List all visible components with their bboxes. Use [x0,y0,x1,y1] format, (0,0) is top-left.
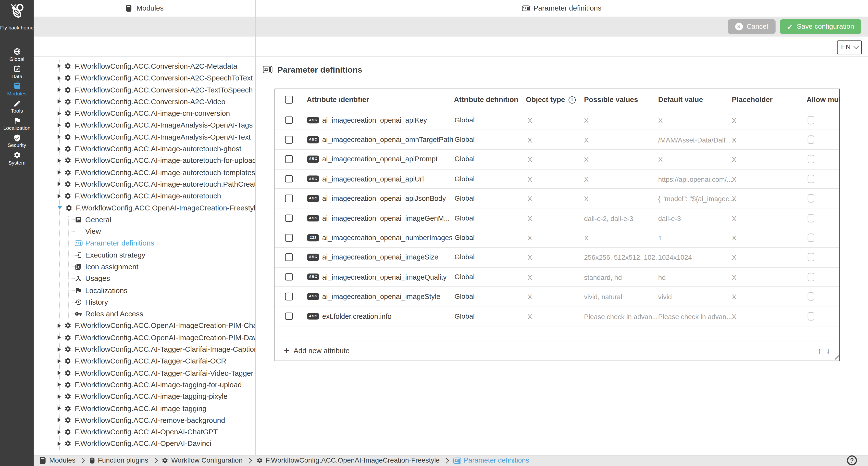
move-down-icon[interactable]: ↓ [827,346,831,355]
row-checkbox[interactable] [285,136,292,143]
expand-arrow-icon[interactable] [58,323,61,328]
tree-item[interactable]: F.WorkflowConfig.ACC.AI-ImageAnalysis-Op… [34,119,255,131]
table-row[interactable]: ABCai_imagecreation_openai_imageGenM...G… [275,208,839,228]
table-row[interactable]: ABCai_imagecreation_openai_omnTargetPath… [275,130,839,150]
expand-arrow-icon[interactable] [58,64,61,68]
tree-item[interactable]: F.WorkflowConfig.ACC.OpenAI-ImageCreatio… [34,202,255,214]
tree-item-icon-assignment[interactable]: Icon assignment [34,261,255,273]
expand-arrow-icon[interactable] [58,406,61,411]
expand-arrow-icon[interactable] [58,123,61,127]
expand-arrow-icon[interactable] [58,76,61,80]
table-row[interactable]: ABCai_imagecreation_openai_imageSizeGlob… [275,248,839,267]
tree-item[interactable]: F.WorkflowConfig.ACC.Conversion-A2C-Meta… [34,60,255,72]
allow-multiple-checkbox[interactable] [808,292,814,301]
allow-multiple-checkbox[interactable] [808,253,814,261]
row-checkbox[interactable] [285,214,292,222]
sidebar-item-data[interactable]: Data [0,65,34,82]
expand-arrow-icon[interactable] [58,430,61,434]
table-row[interactable]: ABCai_imagecreation_openai_imageStyleGlo… [275,287,839,307]
expand-arrow-icon[interactable] [58,182,61,186]
breadcrumb-item-workflow-configuration[interactable]: Workflow Configuration [162,457,243,465]
tree-item[interactable]: F.WorkflowConfig.ACC.AI-ImageAnalysis-Op… [34,131,255,143]
sidebar-item-modules[interactable]: Modules [0,82,34,99]
expand-arrow-icon[interactable] [58,347,61,351]
allow-multiple-checkbox[interactable] [808,194,814,203]
tree-item[interactable]: F.WorkflowConfig.ACC.AI-image-cm-convers… [34,108,255,119]
tree-item[interactable]: F.WorkflowConfig.ACC.AI-image-autoretouc… [34,155,255,167]
sidebar-item-tools[interactable]: Tools [0,99,34,117]
breadcrumb-item-modules[interactable]: Modules [39,456,75,465]
sidebar-item-home[interactable]: Fly back home [0,3,34,31]
tree-item[interactable]: F.WorkflowConfig.ACC.AI-Tagger-Clarifai-… [34,343,255,355]
allow-multiple-checkbox[interactable] [808,312,814,320]
save-configuration-button[interactable]: ✓ Save configuration [780,19,861,34]
tree-item[interactable]: F.WorkflowConfig.ACC.Conversion-A2C-Text… [34,84,255,96]
allow-multiple-checkbox[interactable] [808,155,814,163]
tree-item[interactable]: F.WorkflowConfig.ACC.OpenAI-ImageCreatio… [34,320,255,331]
expand-arrow-icon[interactable] [58,383,61,387]
table-row[interactable]: ABCai_imagecreation_openai_apiPromptGlob… [275,150,839,170]
row-checkbox[interactable] [285,116,292,124]
info-icon[interactable]: i [568,96,576,104]
tree-item[interactable]: F.WorkflowConfig.ACC.AI-image-tagging [34,403,255,414]
tree-item[interactable]: F.WorkflowConfig.ACC.AI-image-autoretouc… [34,178,255,190]
expand-arrow-icon[interactable] [58,170,61,175]
sidebar-item-localization[interactable]: Localization [0,117,34,134]
expand-arrow-icon[interactable] [58,135,61,139]
tree-item[interactable]: F.WorkflowConfig.ACC.AI-OpenAI-ChatGPT [34,426,255,438]
table-row[interactable]: 123ai_imagecreation_openai_numberImagesG… [275,228,839,248]
collapse-arrow-icon[interactable] [58,206,62,209]
tree-item[interactable]: F.WorkflowConfig.ACC.AI-image-autoretouc… [34,190,255,202]
expand-arrow-icon[interactable] [58,111,61,116]
expand-arrow-icon[interactable] [58,359,61,363]
expand-arrow-icon[interactable] [58,335,61,340]
tree-item-roles-and-access[interactable]: Roles and Access [34,308,255,320]
expand-arrow-icon[interactable] [58,88,61,92]
tree-item-execution-strategy[interactable]: Execution strategy [34,249,255,261]
move-up-icon[interactable]: ↑ [817,346,822,355]
expand-arrow-icon[interactable] [58,158,61,163]
row-checkbox[interactable] [285,195,292,202]
tree-item[interactable]: F.WorkflowConfig.ACC.AI-remove-backgroun… [34,414,255,426]
tree-item[interactable]: F.WorkflowConfig.ACC.OpenAI-ImageCreatio… [34,331,255,343]
allow-multiple-checkbox[interactable] [808,214,814,222]
tree-item[interactable]: F.WorkflowConfig.ACC.AI-image-autoretouc… [34,167,255,178]
expand-arrow-icon[interactable] [58,441,61,446]
sidebar-item-system[interactable]: System [0,151,34,169]
breadcrumb-item-f-workflowconfig-acc-openai-imagecreation-freestyle[interactable]: F.WorkflowConfig.ACC.OpenAI-ImageCreatio… [256,457,440,465]
tree-item[interactable]: F.WorkflowConfig.ACC.Conversion-A2C-Spee… [34,72,255,84]
allow-multiple-checkbox[interactable] [808,273,814,281]
row-checkbox[interactable] [285,293,292,300]
row-checkbox[interactable] [285,254,292,261]
row-checkbox[interactable] [285,155,292,163]
cancel-button[interactable]: × Cancel [728,19,775,34]
table-row[interactable]: ABCai_imagecreation_openai_apiJsonBodyGl… [275,189,839,208]
add-new-attribute-button[interactable]: + Add new attribute [284,347,350,355]
table-row[interactable]: ABCai_imagecreation_openai_apiUrlGlobalX… [275,169,839,189]
tree-item[interactable]: F.WorkflowConfig.ACC.Conversion-A2C-Vide… [34,96,255,108]
tree-item[interactable]: F.WorkflowConfig.ACC.AI-image-autoretouc… [34,143,255,155]
help-icon[interactable]: ? [847,456,857,466]
expand-arrow-icon[interactable] [58,371,61,375]
expand-arrow-icon[interactable] [58,418,61,423]
tree-item-history[interactable]: History [34,296,255,308]
language-dropdown[interactable]: EN [837,40,862,54]
expand-arrow-icon[interactable] [58,395,61,399]
expand-arrow-icon[interactable] [58,147,61,151]
sidebar-item-security[interactable]: Security [0,134,34,151]
table-row[interactable]: ABCai_imagecreation_openai_apiKeyGlobalX… [275,111,839,130]
select-all-checkbox[interactable] [285,96,292,104]
row-checkbox[interactable] [285,175,292,182]
allow-multiple-checkbox[interactable] [808,136,814,144]
row-checkbox[interactable] [285,234,292,241]
tree-item-parameter-definitions[interactable]: 12Parameter definitions [34,237,255,249]
tree-item[interactable]: F.WorkflowConfig.ACC.AI-image-tagging-pi… [34,391,255,403]
tree-item-usages[interactable]: Usages [34,273,255,285]
tree-item[interactable]: F.WorkflowConfig.ACC.AI-Tagger-Clarifai-… [34,367,255,379]
expand-arrow-icon[interactable] [58,99,61,104]
row-checkbox[interactable] [285,273,292,281]
resize-handle[interactable] [833,355,839,360]
tree-item-general[interactable]: General [34,214,255,225]
sidebar-item-global[interactable]: Global [0,48,34,65]
tree-item[interactable]: F.WorkflowConfig.ACC.AI-Tagger-Clarifai-… [34,355,255,367]
